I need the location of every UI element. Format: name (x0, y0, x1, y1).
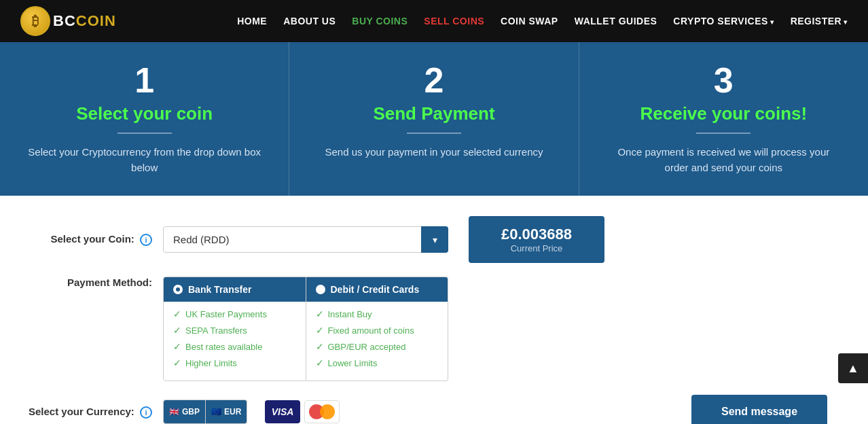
currency-info-icon[interactable]: i (140, 406, 152, 419)
feature-best-rates: ✓ Best rates available (173, 341, 296, 352)
nav-crypto-services[interactable]: CRYPTO SERVICES (673, 16, 774, 26)
check-icon-2: ✓ (173, 325, 181, 336)
debit-credit-card[interactable]: Debit / Credit Cards ✓ Instant Buy ✓ Fix… (306, 277, 449, 381)
step-1-desc: Select your Cryptocurrency from the drop… (27, 145, 261, 175)
currency-flags: 🇬🇧 GBP 🇪🇺 EUR (163, 400, 245, 424)
step-2: 2 Send Payment Send us your payment in y… (289, 42, 579, 196)
step-1-divider (117, 132, 172, 134)
coin-label: Select your Coin: i (27, 233, 163, 246)
feature-higher-limits: ✓ Higher Limits (173, 357, 296, 368)
bank-transfer-header[interactable]: Bank Transfer (164, 277, 306, 302)
eur-flag-icon: 🇪🇺 (211, 407, 221, 417)
nav-buy-coins[interactable]: BUY COINS (352, 16, 408, 26)
step-3-divider (696, 132, 751, 134)
nav-home[interactable]: HOME (237, 16, 267, 26)
gbp-flag-icon: 🇬🇧 (169, 407, 179, 417)
logo[interactable]: ₿ BCCOIN (20, 6, 116, 36)
logo-text: BCCOIN (53, 12, 116, 30)
price-box: £0.003688 Current Price (469, 216, 604, 263)
send-message-button[interactable]: Send message (691, 395, 827, 424)
eur-button[interactable]: 🇪🇺 EUR (206, 400, 247, 424)
feature-fixed-coins: ✓ Fixed amount of coins (316, 325, 439, 336)
payment-label: Payment Method: (27, 277, 163, 288)
step-2-divider (407, 132, 461, 134)
currency-label: Select your Currency: i (27, 406, 163, 419)
step-2-number: 2 (317, 63, 551, 98)
bank-transfer-radio[interactable] (173, 285, 183, 294)
feature-instant-buy: ✓ Instant Buy (316, 308, 439, 319)
step-1-title: Select your coin (27, 103, 261, 124)
mastercard-logo (304, 400, 340, 423)
step-1: 1 Select your coin Select your Cryptocur… (0, 42, 289, 196)
main-content: Select your Coin: i Redd (RDD)Bitcoin (B… (0, 196, 868, 424)
visa-logo: VISA (265, 400, 300, 423)
bank-transfer-body: ✓ UK Faster Payments ✓ SEPA Transfers ✓ … (164, 302, 306, 381)
bank-transfer-label: Bank Transfer (188, 284, 251, 295)
step-3-desc: Once payment is received we will process… (607, 145, 841, 175)
nav-register[interactable]: REGISTER (791, 16, 848, 26)
step-3-number: 3 (607, 63, 841, 98)
nav-links: HOME ABOUT US BUY COINS SELL COINS COIN … (237, 15, 848, 27)
feature-sepa: ✓ SEPA Transfers (173, 325, 296, 336)
mc-circle-right (320, 404, 335, 419)
navigation: ₿ BCCOIN HOME ABOUT US BUY COINS SELL CO… (0, 0, 868, 42)
check-icon-6: ✓ (316, 325, 324, 336)
coin-info-icon[interactable]: i (140, 234, 152, 246)
check-icon-8: ✓ (316, 357, 324, 368)
nav-sell-coins[interactable]: SELL COINS (424, 16, 484, 26)
currency-row: Select your Currency: i 🇬🇧 GBP 🇪🇺 EUR VI… (27, 395, 841, 424)
feature-lower-limits: ✓ Lower Limits (316, 357, 439, 368)
feature-uk-faster: ✓ UK Faster Payments (173, 308, 296, 319)
price-label: Current Price (482, 243, 591, 253)
check-icon-5: ✓ (316, 308, 324, 319)
bank-transfer-card[interactable]: Bank Transfer ✓ UK Faster Payments ✓ SEP… (163, 277, 306, 381)
debit-credit-body: ✓ Instant Buy ✓ Fixed amount of coins ✓ … (306, 302, 448, 381)
step-2-desc: Send us your payment in your selected cu… (317, 145, 551, 160)
scroll-to-top-button[interactable]: ▲ (838, 353, 868, 383)
step-2-title: Send Payment (317, 103, 551, 124)
coin-select-dropdown[interactable]: Redd (RDD)Bitcoin (BTC)Ethereum (ETH)Lit… (163, 226, 448, 253)
debit-credit-header[interactable]: Debit / Credit Cards (306, 277, 448, 302)
check-icon-7: ✓ (316, 341, 324, 352)
check-icon-1: ✓ (173, 308, 181, 319)
nav-coin-swap[interactable]: COIN SWAP (501, 16, 558, 26)
nav-about[interactable]: ABOUT US (283, 16, 336, 26)
nav-wallet-guides[interactable]: WALLET GUIDES (575, 16, 657, 26)
check-icon-3: ✓ (173, 341, 181, 352)
step-3: 3 Receive your coins! Once payment is re… (579, 42, 868, 196)
step-3-title: Receive your coins! (607, 103, 841, 124)
coin-select-row: Select your Coin: i Redd (RDD)Bitcoin (B… (27, 216, 841, 263)
feature-gbp-eur: ✓ GBP/EUR accepted (316, 341, 439, 352)
debit-credit-label: Debit / Credit Cards (331, 284, 420, 295)
price-value: £0.003688 (482, 226, 591, 243)
debit-credit-radio[interactable] (316, 285, 325, 294)
check-icon-4: ✓ (173, 357, 181, 368)
payment-method-row: Payment Method: Bank Transfer ✓ UK Faste… (27, 277, 841, 381)
gbp-button[interactable]: 🇬🇧 GBP (163, 400, 206, 424)
card-logos: VISA (265, 400, 340, 423)
step-1-number: 1 (27, 63, 261, 98)
payment-cards: Bank Transfer ✓ UK Faster Payments ✓ SEP… (163, 277, 448, 381)
steps-banner: 1 Select your coin Select your Cryptocur… (0, 42, 868, 196)
scroll-top-icon: ▲ (847, 361, 859, 376)
logo-coin-icon: ₿ (20, 6, 50, 36)
coin-select-wrapper: Redd (RDD)Bitcoin (BTC)Ethereum (ETH)Lit… (163, 226, 448, 253)
